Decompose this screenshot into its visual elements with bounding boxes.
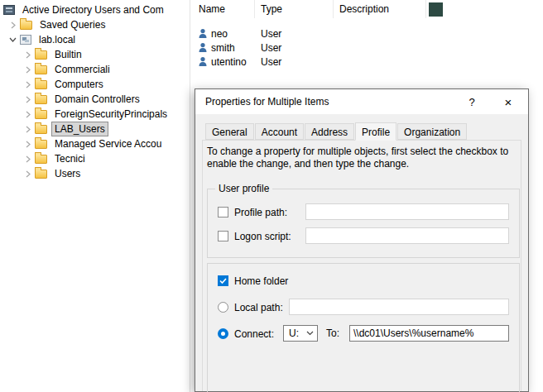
domain-icon (20, 35, 31, 45)
folder-icon (35, 95, 47, 104)
tree-item-managed-service-accounts[interactable]: Managed Service Accou (0, 136, 190, 151)
tree-item-lab-local[interactable]: lab.local (0, 32, 190, 47)
tab-organization[interactable]: Organization (397, 123, 467, 140)
column-header-type[interactable]: Type (255, 0, 334, 18)
tab-profile[interactable]: Profile (355, 122, 396, 141)
user-icon (198, 56, 208, 67)
chevron-right-icon[interactable] (21, 166, 35, 181)
list-header: Name Type Description (191, 0, 543, 18)
drive-letter-select[interactable]: U: (283, 325, 318, 342)
directory-root-icon (3, 5, 15, 15)
logon-script-input[interactable] (305, 227, 509, 244)
tree-item-commerciali[interactable]: Commerciali (0, 62, 190, 77)
column-header-description[interactable]: Description (334, 0, 426, 18)
tree-item-label: LAB_Users (51, 122, 108, 136)
connect-radio[interactable] (218, 328, 228, 339)
tree-item-users[interactable]: Users (0, 166, 190, 181)
folder-icon (35, 140, 47, 149)
dialog-instructions: To change a property for multiple object… (207, 146, 526, 170)
connect-label: Connect: (234, 328, 274, 340)
tree-item-label: Tecnici (51, 151, 89, 166)
user-icon (198, 28, 208, 39)
home-folder-group: Home folder Local path: Connect: U: To: (207, 263, 520, 392)
tree-item-builtin[interactable]: Builtin (0, 47, 190, 62)
column-header-name[interactable]: Name (191, 0, 255, 18)
tree-item-domain-controllers[interactable]: Domain Controllers (0, 92, 190, 107)
profile-path-checkbox[interactable] (218, 207, 228, 218)
chevron-right-icon[interactable] (21, 136, 35, 151)
tree-item-label: lab.local (36, 32, 79, 47)
list-item-neo[interactable]: neo User (191, 26, 334, 41)
chevron-right-icon[interactable] (21, 92, 35, 107)
tree-item-label: Managed Service Accou (51, 136, 165, 151)
column-header-label: Type (261, 3, 282, 15)
folder-icon (35, 110, 47, 119)
chevron-right-icon[interactable] (21, 107, 35, 122)
profile-path-label: Profile path: (234, 207, 287, 218)
tree-item-root[interactable]: Active Directory Users and Com (0, 2, 190, 17)
tree-item-saved-queries[interactable]: Saved Queries (0, 17, 190, 32)
tab-address[interactable]: Address (305, 123, 354, 140)
chevron-right-icon[interactable] (21, 151, 35, 166)
folder-icon (35, 155, 47, 164)
folder-icon (35, 50, 47, 60)
local-path-radio[interactable] (218, 302, 228, 313)
tree-item-label: Users (51, 166, 84, 181)
logon-script-checkbox[interactable] (218, 231, 228, 241)
chevron-down-icon[interactable] (6, 32, 20, 47)
list-item-utentino[interactable]: utentino User (191, 55, 334, 69)
object-name: smith (211, 42, 235, 54)
console-tree-pane: Active Directory Users and Com Saved Que… (0, 0, 190, 392)
chevron-down-icon (306, 331, 314, 336)
home-folder-checkbox[interactable] (218, 275, 228, 286)
user-profile-group: User profile Profile path: Logon script: (207, 189, 520, 258)
to-label: To: (326, 327, 339, 339)
aduc-window: Active Directory Users and Com Saved Que… (0, 0, 543, 392)
folder-icon (20, 21, 32, 30)
folder-icon (35, 125, 47, 134)
tree-item-tecnici[interactable]: Tecnici (0, 151, 190, 166)
chevron-right-icon[interactable] (21, 62, 35, 77)
home-folder-label: Home folder (234, 275, 288, 287)
close-icon[interactable]: × (495, 89, 521, 114)
object-type: User (261, 56, 281, 68)
object-name: utentino (211, 56, 247, 68)
connect-path-input[interactable] (349, 325, 509, 342)
tab-account[interactable]: Account (255, 123, 304, 140)
tree-item-label: Commerciali (51, 62, 113, 77)
tree-item-label: Saved Queries (36, 17, 108, 32)
local-path-input[interactable] (289, 299, 509, 315)
drive-letter-value: U: (289, 327, 299, 339)
tree-item-label: Computers (51, 77, 107, 92)
column-header-label: Description (339, 3, 389, 15)
tree-item-label: Domain Controllers (51, 92, 143, 107)
home-folder-row: Home folder (218, 272, 519, 289)
chevron-right-icon[interactable] (21, 122, 35, 136)
user-profile-group-legend: User profile (215, 183, 272, 194)
tree-item-label: ForeignSecurityPrincipals (51, 107, 171, 122)
tab-strip: General Account Address Profile Organiza… (205, 123, 468, 141)
tab-general[interactable]: General (205, 123, 254, 140)
folder-icon (35, 80, 47, 89)
help-button[interactable]: ? (459, 89, 485, 114)
chevron-right-icon[interactable] (21, 77, 35, 92)
object-type: User (261, 42, 281, 54)
column-header-label: Name (199, 3, 225, 15)
logon-script-label: Logon script: (234, 231, 291, 242)
local-path-label: Local path: (234, 302, 283, 313)
tree-item-lab-users[interactable]: LAB_Users (0, 122, 190, 136)
chevron-right-icon[interactable] (6, 17, 20, 32)
tree-item-label: Active Directory Users and Com (19, 2, 167, 17)
properties-dialog: Properties for Multiple Items ? × Genera… (195, 88, 529, 392)
list-item-smith[interactable]: smith User (191, 41, 334, 55)
tree-item-foreign-security-principals[interactable]: ForeignSecurityPrincipals (0, 107, 190, 122)
dialog-titlebar[interactable]: Properties for Multiple Items ? × (195, 89, 528, 114)
chevron-right-icon[interactable] (21, 47, 35, 62)
user-icon (198, 42, 208, 53)
folder-icon (35, 170, 47, 179)
folder-icon (35, 65, 47, 74)
profile-path-input[interactable] (305, 203, 509, 220)
object-name: neo (211, 28, 228, 40)
tree-item-computers[interactable]: Computers (0, 77, 190, 92)
object-type: User (261, 28, 281, 40)
